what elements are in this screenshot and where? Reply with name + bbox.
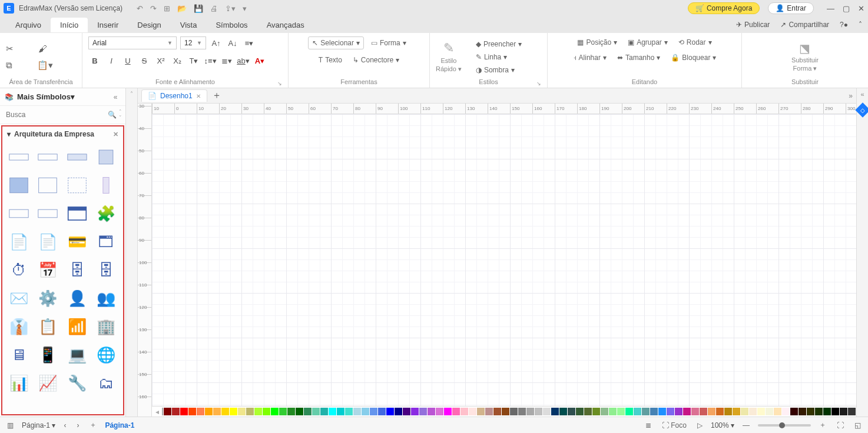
color-swatch[interactable] [469, 408, 476, 415]
save-icon[interactable]: 💾 [194, 4, 203, 13]
color-swatch[interactable] [510, 408, 518, 415]
color-swatch[interactable] [774, 408, 781, 415]
section-expand-icon[interactable]: ▾ [7, 130, 11, 138]
help-icon[interactable]: ?● [840, 21, 848, 29]
font-name-dropdown[interactable]: Arial▼ [88, 36, 177, 49]
color-swatch[interactable] [815, 408, 823, 415]
symbol-18[interactable]: 🗄 [65, 259, 89, 281]
prev-page-icon[interactable]: ‹ [61, 421, 68, 429]
layers-icon[interactable]: ≣ [643, 421, 654, 429]
superscript-button[interactable]: X² [154, 54, 167, 67]
color-swatch[interactable] [337, 408, 344, 415]
color-swatch[interactable] [526, 408, 534, 415]
replace-shape-icon[interactable]: ⬔ [799, 41, 810, 55]
color-swatch[interactable] [831, 408, 839, 415]
text-case-button[interactable]: T▾ [187, 54, 200, 67]
no-fill-swatch[interactable] [162, 408, 163, 415]
color-swatch[interactable] [650, 408, 658, 415]
buy-now-button[interactable]: 🛒 Compre Agora [688, 2, 760, 14]
right-panel-expand-icon[interactable]: « [860, 91, 864, 98]
color-swatch[interactable] [411, 408, 419, 415]
color-swatch[interactable] [576, 408, 584, 415]
symbol-33[interactable]: 📈 [36, 372, 59, 394]
close-icon[interactable]: ✕ [858, 4, 864, 13]
color-swatch[interactable] [287, 408, 295, 415]
color-swatch[interactable] [724, 408, 732, 415]
line-button[interactable]: ✎ Linha ▾ [472, 51, 525, 63]
shape-tool-button[interactable]: ▭ Forma ▾ [367, 37, 410, 49]
right-panel-shape-icon[interactable]: ◇ [855, 102, 868, 117]
color-swatch[interactable] [386, 408, 394, 415]
color-swatch[interactable] [535, 408, 542, 415]
color-swatch[interactable] [543, 408, 551, 415]
color-swatch[interactable] [246, 408, 254, 415]
lock-button[interactable]: 🔒 Bloquear ▾ [667, 52, 720, 64]
tab-arquivo[interactable]: Arquivo [6, 18, 51, 32]
color-swatch[interactable] [799, 408, 806, 415]
zoom-out-icon[interactable]: — [740, 421, 752, 429]
color-swatch[interactable] [675, 408, 683, 415]
fullscreen-icon[interactable]: ◱ [852, 421, 863, 429]
color-swatch[interactable] [279, 408, 287, 415]
font-dialog-launcher-icon[interactable]: ↘ [277, 81, 282, 86]
copy-icon[interactable]: ⧉ [6, 60, 12, 71]
symbol-27[interactable]: 🏢 [94, 316, 118, 337]
color-swatch[interactable] [559, 408, 567, 415]
color-swatch[interactable] [691, 408, 699, 415]
symbol-16[interactable]: ⏱ [7, 259, 31, 281]
doc-tabs-collapse-icon[interactable]: » [849, 92, 853, 100]
rail-up-icon[interactable]: ˄ [130, 91, 133, 97]
publish-button[interactable]: ✈ Publicar [736, 21, 770, 29]
symbol-10[interactable] [65, 203, 89, 224]
color-swatch[interactable] [601, 408, 608, 415]
color-swatch[interactable] [485, 408, 493, 415]
tab-inserir[interactable]: Inserir [88, 18, 128, 32]
rotate-button[interactable]: ⟲ Rodar ▾ [675, 36, 715, 48]
bold-button[interactable]: B [88, 54, 101, 67]
fit-page-icon[interactable]: ⛶ [834, 421, 846, 429]
symbol-13[interactable]: 📄 [36, 231, 59, 252]
symbol-29[interactable]: 📱 [36, 344, 59, 365]
open-icon[interactable]: 📂 [177, 4, 187, 13]
connector-tool-button[interactable]: ↳ Conectore ▾ [349, 54, 403, 66]
color-swatch[interactable] [188, 408, 196, 415]
color-swatch[interactable] [625, 408, 633, 415]
section-close-icon[interactable]: ✕ [113, 131, 118, 138]
symbol-1[interactable] [36, 146, 59, 168]
color-swatch[interactable] [172, 408, 180, 415]
symbol-19[interactable]: 🗄 [94, 259, 118, 281]
symbol-17[interactable]: 📅 [36, 259, 59, 281]
color-swatch[interactable] [460, 408, 468, 415]
text-tool-button[interactable]: T Texto [315, 54, 346, 66]
italic-button[interactable]: I [105, 54, 118, 67]
color-swatch[interactable] [329, 408, 336, 415]
zoom-value[interactable]: 100% ▾ [711, 421, 734, 429]
symbol-0[interactable] [7, 146, 31, 168]
zoom-slider[interactable] [758, 424, 811, 427]
color-swatch[interactable] [716, 408, 724, 415]
undo-icon[interactable]: ↶ [137, 4, 143, 13]
align-menu-icon[interactable]: ≡▾ [243, 36, 256, 49]
color-swatch[interactable] [658, 408, 666, 415]
symbol-11[interactable]: 🧩 [94, 203, 118, 224]
add-document-icon[interactable]: ＋ [212, 89, 221, 102]
symbol-9[interactable] [36, 203, 59, 224]
color-swatch[interactable] [205, 408, 213, 415]
qat-more-icon[interactable]: ▾ [243, 4, 247, 13]
color-swatch[interactable] [370, 408, 377, 415]
symbol-14[interactable]: 💳 [65, 231, 89, 252]
export-icon[interactable]: ⇪▾ [225, 4, 236, 13]
new-icon[interactable]: ⊞ [164, 4, 170, 13]
color-swatch[interactable] [502, 408, 509, 415]
color-swatch[interactable] [617, 408, 625, 415]
search-up-icon[interactable]: ˄ [119, 109, 122, 115]
symbol-22[interactable]: 👤 [65, 288, 89, 309]
symbol-28[interactable]: 🖥 [7, 344, 31, 365]
color-swatch[interactable] [221, 408, 229, 415]
search-input[interactable] [4, 108, 105, 121]
symbol-12[interactable]: 📄 [7, 231, 31, 252]
symbol-24[interactable]: 👔 [7, 316, 31, 337]
symbol-4[interactable] [7, 175, 31, 196]
color-swatch[interactable] [263, 408, 270, 415]
fill-button[interactable]: ◆ Preencher ▾ [472, 38, 525, 50]
